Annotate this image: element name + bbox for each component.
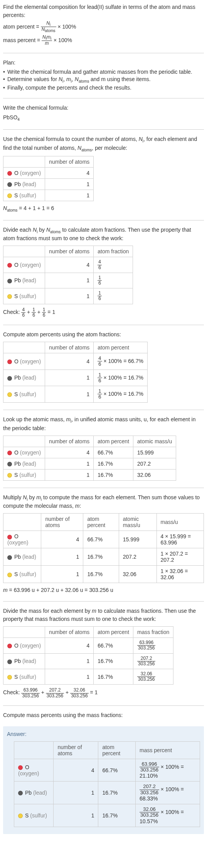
element-name: (oxygen) — [18, 770, 39, 776]
atom-count: 1 — [45, 288, 94, 304]
element-symbol: O — [14, 170, 19, 176]
element-dot-icon — [18, 791, 23, 795]
massfrac-intro: Divide the mass for each element by m to… — [3, 607, 204, 623]
answer-box: Answer: number of atomsatom percentmass … — [3, 726, 204, 834]
element-symbol: Pb — [14, 277, 21, 283]
plan-bullet-1: •Write the chemical formula and gather a… — [3, 68, 204, 76]
element-dot-icon — [7, 473, 12, 478]
table-row: Pb (lead)116.7%207.2303.256 — [3, 653, 173, 669]
atom-percent-formula: atom percent = Ni Natoms × 100% — [3, 21, 204, 33]
mass-percent-formula: mass percent = Nimi m × 100% — [3, 35, 204, 46]
table-header-row: number of atoms — [3, 156, 94, 167]
element-name: (oxygen) — [20, 449, 41, 456]
masspct-intro: Compute mass percents using the mass fra… — [3, 711, 204, 719]
atom-count: 4 — [45, 167, 94, 178]
table-row: S (sulfur)116.7%32.06303.256 — [3, 669, 173, 685]
table-row: Pb (lead)116 — [3, 273, 133, 288]
element-name: (lead) — [33, 790, 47, 796]
atom-count-table: number of atoms O (oxygen)4 Pb (lead)1 S… — [3, 156, 94, 201]
element-symbol: S — [14, 674, 18, 680]
table-row: Pb (lead)116.7%207.21 × 207.2 = 207.2 — [3, 548, 204, 566]
atom-count: 1 — [41, 566, 83, 583]
element-name: (lead) — [22, 658, 36, 664]
atom-percent: 16.7% — [94, 653, 133, 669]
element-symbol: Pb — [25, 790, 32, 796]
intro-text: Find the elemental composition for lead(… — [3, 3, 204, 19]
atomic-mass: 15.999 — [133, 447, 176, 458]
col-number-of-atoms: number of atoms — [54, 741, 98, 759]
element-dot-icon — [7, 462, 12, 466]
atom-percent: 16.7% — [94, 669, 133, 685]
element-dot-icon — [18, 765, 23, 770]
atomic-mass-section: Look up the atomic mass, mi, in unified … — [3, 415, 204, 481]
table-row: S (sulfur)116.7%32.061 × 32.06 = 32.06 — [3, 566, 204, 583]
atom-percent: 16.7% — [94, 469, 133, 480]
atom-count: 1 — [45, 653, 94, 669]
element-dot-icon — [18, 814, 23, 818]
atom-percent: 66.7% — [98, 759, 136, 782]
atomic-mass: 32.06 — [133, 469, 176, 480]
atom-count: 4 — [41, 531, 83, 548]
element-symbol: Pb — [14, 375, 21, 381]
divider — [3, 488, 204, 488]
element-dot-icon — [7, 359, 12, 364]
atom-count: 1 — [45, 469, 94, 480]
molecular-mass-sum: m = 63.996 u + 207.2 u + 32.06 u = 303.2… — [3, 586, 204, 594]
atom-count: 1 — [45, 669, 94, 685]
table-row: S (sulfur)1 — [3, 190, 94, 201]
atomic-mass: 32.06 — [119, 566, 157, 583]
element-name: (oxygen) — [20, 358, 41, 364]
plan-b3-text: Finally, compute the percents and check … — [7, 84, 131, 92]
atompct-intro: Compute atom percents using the atom fra… — [3, 331, 204, 339]
plan-section: Plan: •Write the chemical formula and ga… — [3, 59, 204, 91]
plan-title: Plan: — [3, 59, 204, 67]
atom-percent: 66.7% — [83, 531, 119, 548]
atom-percent-value: × 100% = 16.7% — [102, 374, 143, 380]
divider — [3, 53, 204, 53]
masscalc-intro: Multiply Ni by mi to compute the mass fo… — [3, 493, 204, 510]
plan-b1-text: Write the chemical formula and gather at… — [7, 68, 192, 76]
atom-count: 1 — [54, 804, 98, 827]
element-symbol: Pb — [14, 554, 21, 560]
element-symbol: S — [14, 192, 18, 198]
col-mass: mass/u — [157, 514, 204, 531]
element-dot-icon — [7, 279, 12, 283]
ap-rhs: × 100% — [57, 24, 76, 30]
element-dot-icon — [7, 263, 12, 268]
col-mass-percent: mass percent — [135, 741, 200, 759]
formula-title: Write the chemical formula: — [3, 104, 204, 112]
atom-percent: 66.7% — [94, 638, 133, 653]
element-name: (oxygen) — [20, 262, 41, 268]
count-intro: Use the chemical formula to count the nu… — [3, 135, 204, 153]
element-name: (sulfur) — [19, 293, 36, 299]
col-atom-percent: atom percent — [83, 514, 119, 531]
element-symbol: Pb — [14, 181, 21, 187]
ap-lhs: atom percent = — [3, 24, 41, 30]
atom-percent: 16.7% — [94, 458, 133, 469]
col-number-of-atoms: number of atoms — [45, 342, 94, 353]
divider — [3, 705, 204, 706]
element-dot-icon — [7, 182, 12, 187]
element-name: (oxygen) — [7, 539, 28, 546]
col-number-of-atoms: number of atoms — [45, 627, 94, 638]
mp-lhs: mass percent = — [3, 37, 42, 43]
ap-fraction: Ni Natoms — [41, 21, 56, 33]
natoms-sum: Natoms = 4 + 1 + 1 = 6 — [3, 204, 204, 213]
table-row: O (oxygen)466.7%63.996303.256 × 100% = 2… — [14, 759, 200, 782]
fraction: 63.996303.256 — [137, 640, 155, 651]
table-header-row: number of atomsatom percentatomic mass/u — [3, 436, 176, 447]
massfrac-check: Check: 63.996303.256 + 207.2303.256 + 32… — [3, 688, 204, 698]
fraction: 16 — [98, 372, 102, 384]
element-dot-icon — [7, 294, 12, 299]
answer-table: number of atomsatom percentmass percent … — [14, 741, 200, 827]
fraction: 16 — [98, 291, 102, 301]
element-dot-icon — [7, 675, 12, 680]
intro-section: Find the elemental composition for lead(… — [3, 3, 204, 46]
table-row: O (oxygen)446 — [3, 257, 133, 273]
atom-count: 1 — [45, 178, 94, 190]
atom-percent: 16.7% — [98, 782, 136, 804]
element-name: (lead) — [22, 461, 36, 467]
fraction: 32.06303.256 — [137, 671, 155, 682]
element-name: (oxygen) — [20, 643, 41, 649]
atomic-mass: 207.2 — [133, 458, 176, 469]
